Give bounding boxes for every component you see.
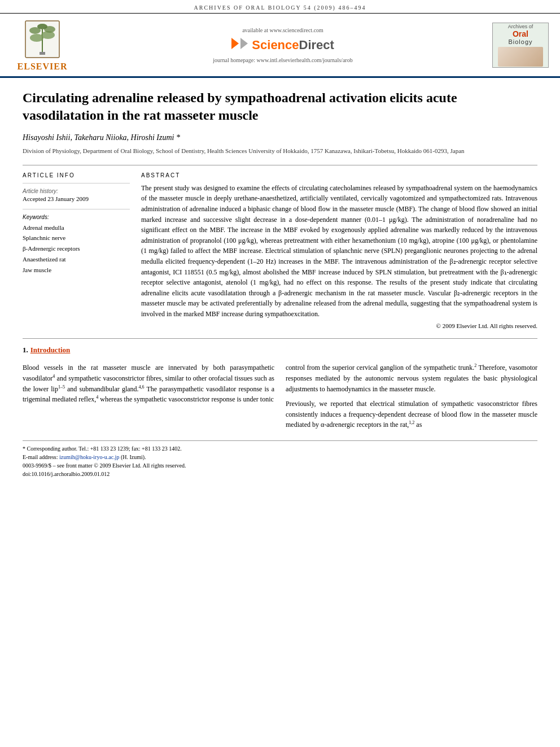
- keywords-section: Keywords: Adrenal medulla Splanchnic ner…: [23, 214, 130, 275]
- divider2: [23, 209, 130, 209]
- keyword-1: Adrenal medulla: [23, 222, 130, 233]
- keyword-5: Jaw muscle: [23, 265, 130, 276]
- email-link[interactable]: izumih@hoku-iryo-u.ac.jp: [59, 454, 119, 460]
- elsevier-wordmark: ELSEVIER: [18, 62, 68, 72]
- intro-right: control from the superior cervical gangl…: [286, 362, 537, 435]
- oral-biology-image: [498, 47, 543, 67]
- center-info: available at www.sciencedirect.com Scien…: [73, 27, 492, 63]
- section-title: Introduction: [30, 346, 71, 355]
- divider: [23, 183, 130, 184]
- email-suffix: (H. Izumi).: [121, 454, 146, 460]
- keyword-3: β-Adrenergic receptors: [23, 243, 130, 254]
- sciencedirect-logo: ScienceDirect: [231, 38, 334, 53]
- svg-rect-7: [40, 52, 45, 55]
- footnote-section: * Corresponding author. Tel.: +81 133 23…: [23, 440, 537, 478]
- footnote-text: * Corresponding author. Tel.: +81 133 23…: [23, 444, 537, 478]
- keywords-label: Keywords:: [23, 214, 130, 220]
- abstract-header: Abstract: [141, 172, 537, 178]
- sd-arrows-icon: [231, 38, 248, 49]
- elsevier-logo: ELSEVIER: [11, 18, 73, 72]
- email-label: E-mail address:: [23, 454, 58, 460]
- doi-line: 0003-9969/$ – see front matter © 2009 El…: [23, 462, 186, 469]
- section-number: 1.: [23, 346, 28, 357]
- section-heading: 1. Introduction: [23, 346, 537, 359]
- abstract-text: The present study was designed to examin…: [141, 183, 537, 320]
- journal-header: Archives of Oral Biology 54 (2009) 486–4…: [0, 0, 560, 14]
- oral-biology-journal-logo: Archives of Oral Biology: [492, 23, 549, 68]
- history-label: Article history:: [23, 188, 130, 194]
- corresponding-author: * Corresponding author. Tel.: +81 133 23…: [23, 445, 182, 452]
- keyword-4: Anaesthetized rat: [23, 254, 130, 265]
- doi-text: doi:10.1016/j.archoralbio.2009.01.012: [23, 471, 110, 477]
- abstract-col: Abstract The present study was designed …: [141, 172, 537, 330]
- intro-left: Blood vessels in the rat masseter muscle…: [23, 362, 274, 435]
- article-title: Circulating adrenaline released by sympa…: [23, 89, 537, 124]
- accepted-date: Accepted 23 January 2009: [23, 195, 130, 202]
- elsevier-emblem-icon: [23, 18, 62, 60]
- svg-point-6: [37, 24, 47, 29]
- article-info-header: Article Info: [23, 172, 130, 178]
- intro-right-text: control from the superior cervical gangl…: [286, 362, 537, 430]
- authors: Hisayoshi Ishii, Takeharu Niioka, Hirosh…: [23, 133, 537, 142]
- intro-two-col: Blood vessels in the rat masseter muscle…: [23, 362, 537, 435]
- available-at-text: available at www.sciencedirect.com: [73, 27, 492, 33]
- intro-left-text: Blood vessels in the rat masseter muscle…: [23, 362, 274, 404]
- article-info-col: Article Info Article history: Accepted 2…: [23, 172, 130, 330]
- article-info-abstract: Article Info Article history: Accepted 2…: [23, 165, 537, 330]
- affiliation: Division of Physiology, Department of Or…: [23, 147, 537, 155]
- introduction-section: 1. Introduction Blood vessels in the rat…: [0, 339, 560, 435]
- logo-bar: ELSEVIER available at www.sciencedirect.…: [0, 14, 560, 78]
- copyright-text: © 2009 Elsevier Ltd. All rights reserved…: [141, 322, 537, 329]
- keyword-2: Splanchnic nerve: [23, 233, 130, 243]
- article-history: Article history: Accepted 23 January 200…: [23, 188, 130, 202]
- article-content: Circulating adrenaline released by sympa…: [0, 89, 560, 329]
- journal-homepage-text: journal homepage: www.intl.elsevierhealt…: [73, 57, 492, 63]
